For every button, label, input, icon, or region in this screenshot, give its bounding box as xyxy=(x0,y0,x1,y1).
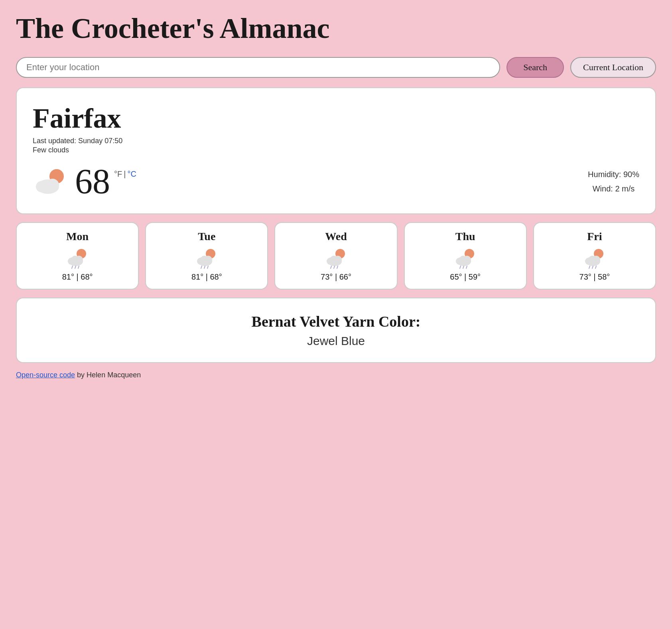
forecast-day: Tue xyxy=(198,230,215,243)
svg-line-26 xyxy=(331,266,331,268)
forecast-card: Mon 81° | 68° xyxy=(16,222,139,290)
forecast-row: Mon 81° | 68° Tue xyxy=(16,222,656,290)
svg-line-35 xyxy=(463,266,464,268)
search-button[interactable]: Search xyxy=(506,57,564,78)
unit-c-link[interactable]: °C xyxy=(127,170,136,179)
forecast-day: Wed xyxy=(325,230,347,243)
svg-line-27 xyxy=(334,266,335,268)
svg-line-34 xyxy=(460,266,461,268)
forecast-partly-cloudy-icon xyxy=(583,248,607,268)
svg-point-4 xyxy=(42,179,52,189)
svg-line-36 xyxy=(466,266,467,268)
svg-line-11 xyxy=(75,266,76,268)
svg-line-42 xyxy=(589,266,590,268)
svg-line-10 xyxy=(72,266,73,268)
svg-point-33 xyxy=(460,256,466,262)
temperature: 68 xyxy=(75,164,110,199)
svg-line-43 xyxy=(592,266,593,268)
footer: Open-source code by Helen Macqueen xyxy=(16,371,656,379)
yarn-title: Bernat Velvet Yarn Color: xyxy=(33,313,639,330)
forecast-temps: 81° | 68° xyxy=(62,272,93,282)
svg-point-25 xyxy=(331,256,337,262)
weather-main-row: 68 °F | °C Humidity: 90% Wind: 2 m/s xyxy=(33,164,639,199)
open-source-link[interactable]: Open-source code xyxy=(16,371,75,379)
svg-line-28 xyxy=(337,266,338,268)
wind: Wind: 2 m/s xyxy=(588,181,639,196)
footer-suffix: by Helen Macqueen xyxy=(75,371,141,379)
location-input[interactable] xyxy=(16,57,500,78)
svg-line-20 xyxy=(207,266,208,268)
svg-point-17 xyxy=(201,256,207,262)
forecast-day: Fri xyxy=(587,230,602,243)
svg-point-9 xyxy=(72,256,78,262)
forecast-card: Fri 73° | 58° xyxy=(533,222,656,290)
search-row: Search Current Location xyxy=(16,57,656,78)
svg-line-19 xyxy=(204,266,205,268)
partly-cloudy-icon xyxy=(33,168,69,195)
yarn-card: Bernat Velvet Yarn Color: Jewel Blue xyxy=(16,298,656,363)
last-updated: Last updated: Sunday 07:50 xyxy=(33,137,639,145)
forecast-temps: 65° | 59° xyxy=(450,272,481,282)
forecast-partly-cloudy-icon xyxy=(65,248,89,268)
svg-line-12 xyxy=(78,266,79,268)
svg-line-18 xyxy=(201,266,202,268)
city-name: Fairfax xyxy=(33,103,639,134)
forecast-partly-cloudy-icon xyxy=(324,248,348,268)
forecast-partly-cloudy-icon xyxy=(195,248,219,268)
forecast-card: Wed 73° | 66° xyxy=(274,222,397,290)
weather-icon-temp: 68 °F | °C xyxy=(33,164,588,199)
unit-separator: | xyxy=(124,170,126,179)
temp-units: °F | °C xyxy=(114,170,136,179)
forecast-card: Thu 65° | 59° xyxy=(404,222,527,290)
forecast-day: Thu xyxy=(455,230,475,243)
svg-line-44 xyxy=(595,266,596,268)
unit-f: °F xyxy=(114,170,122,179)
forecast-card: Tue 81° | 68° xyxy=(145,222,268,290)
humidity-wind: Humidity: 90% Wind: 2 m/s xyxy=(588,167,639,196)
humidity: Humidity: 90% xyxy=(588,167,639,181)
forecast-partly-cloudy-icon xyxy=(453,248,477,268)
forecast-temps: 73° | 58° xyxy=(579,272,610,282)
forecast-temps: 81° | 68° xyxy=(191,272,222,282)
forecast-day: Mon xyxy=(66,230,89,243)
svg-point-41 xyxy=(589,256,595,262)
main-weather-card: Fairfax Last updated: Sunday 07:50 Few c… xyxy=(16,87,656,214)
weather-description: Few clouds xyxy=(33,146,639,154)
current-location-button[interactable]: Current Location xyxy=(570,57,656,78)
temp-block: 68 °F | °C xyxy=(75,164,136,199)
app-title: The Crocheter's Almanac xyxy=(16,12,656,45)
forecast-temps: 73° | 66° xyxy=(321,272,351,282)
yarn-color: Jewel Blue xyxy=(33,334,639,348)
